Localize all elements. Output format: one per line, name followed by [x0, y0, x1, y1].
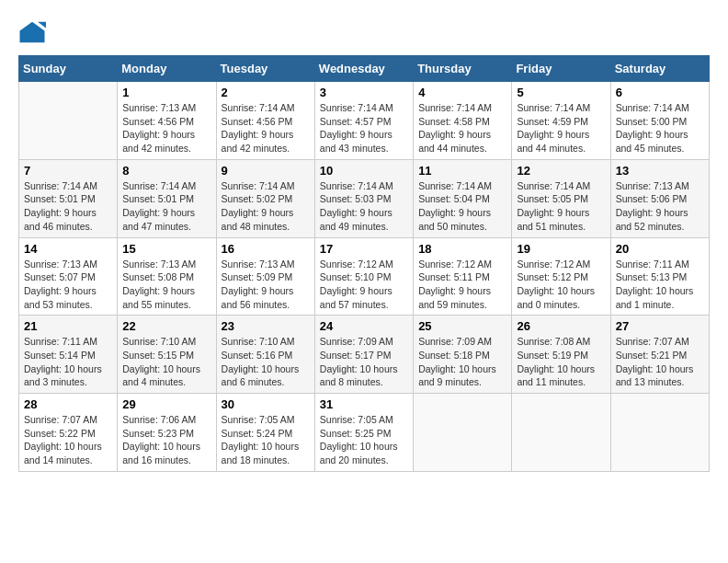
- day-info: Sunrise: 7:14 AMSunset: 5:01 PMDaylight:…: [122, 179, 210, 234]
- day-number: 1: [122, 86, 210, 99]
- calendar-cell: 5Sunrise: 7:14 AMSunset: 4:59 PMDaylight…: [512, 82, 610, 160]
- day-info: Sunrise: 7:14 AMSunset: 5:02 PMDaylight:…: [222, 179, 310, 234]
- calendar-cell: 30Sunrise: 7:05 AMSunset: 5:24 PMDayligh…: [216, 394, 314, 472]
- day-number: 24: [320, 319, 408, 333]
- day-info: Sunrise: 7:14 AMSunset: 4:57 PMDaylight:…: [320, 101, 408, 155]
- day-info: Sunrise: 7:14 AMSunset: 5:04 PMDaylight:…: [418, 179, 506, 234]
- calendar-cell: 12Sunrise: 7:14 AMSunset: 5:05 PMDayligh…: [512, 159, 610, 237]
- day-number: 10: [320, 164, 408, 178]
- day-number: 25: [418, 319, 506, 333]
- day-info: Sunrise: 7:13 AMSunset: 5:08 PMDaylight:…: [122, 258, 210, 312]
- calendar-cell: 28Sunrise: 7:07 AMSunset: 5:22 PMDayligh…: [19, 394, 118, 472]
- calendar-cell: 4Sunrise: 7:14 AMSunset: 4:58 PMDaylight…: [414, 82, 512, 160]
- day-number: 22: [122, 319, 210, 333]
- calendar-cell: 20Sunrise: 7:11 AMSunset: 5:13 PMDayligh…: [610, 237, 709, 316]
- week-row-2: 14Sunrise: 7:13 AMSunset: 5:07 PMDayligh…: [19, 237, 710, 316]
- day-info: Sunrise: 7:14 AMSunset: 5:05 PMDaylight:…: [517, 179, 605, 234]
- calendar-cell: [610, 394, 709, 472]
- page-header: [18, 18, 710, 46]
- day-info: Sunrise: 7:11 AMSunset: 5:13 PMDaylight:…: [616, 258, 704, 312]
- calendar-table: SundayMondayTuesdayWednesdayThursdayFrid…: [18, 55, 710, 472]
- day-info: Sunrise: 7:14 AMSunset: 4:59 PMDaylight:…: [517, 101, 605, 155]
- day-number: 16: [222, 242, 310, 256]
- day-number: 29: [122, 397, 210, 411]
- day-number: 7: [24, 164, 112, 178]
- day-info: Sunrise: 7:08 AMSunset: 5:19 PMDaylight:…: [517, 335, 605, 389]
- calendar-cell: 2Sunrise: 7:14 AMSunset: 4:56 PMDaylight…: [216, 82, 314, 160]
- day-info: Sunrise: 7:10 AMSunset: 5:15 PMDaylight:…: [122, 335, 210, 389]
- day-number: 13: [616, 164, 704, 178]
- day-header-friday: Friday: [512, 56, 610, 82]
- day-info: Sunrise: 7:06 AMSunset: 5:23 PMDaylight:…: [122, 413, 210, 467]
- day-number: 11: [418, 164, 506, 178]
- day-number: 12: [517, 164, 605, 178]
- logo-icon: [18, 18, 46, 46]
- day-number: 5: [517, 86, 605, 99]
- day-info: Sunrise: 7:13 AMSunset: 5:07 PMDaylight:…: [24, 258, 112, 312]
- day-header-thursday: Thursday: [414, 56, 512, 82]
- calendar-cell: 16Sunrise: 7:13 AMSunset: 5:09 PMDayligh…: [216, 237, 314, 316]
- day-info: Sunrise: 7:09 AMSunset: 5:17 PMDaylight:…: [320, 335, 408, 389]
- week-row-3: 21Sunrise: 7:11 AMSunset: 5:14 PMDayligh…: [19, 316, 710, 394]
- day-info: Sunrise: 7:11 AMSunset: 5:14 PMDaylight:…: [24, 335, 112, 389]
- day-header-sunday: Sunday: [19, 56, 118, 82]
- calendar-cell: 19Sunrise: 7:12 AMSunset: 5:12 PMDayligh…: [512, 237, 610, 316]
- calendar-cell: 22Sunrise: 7:10 AMSunset: 5:15 PMDayligh…: [118, 316, 216, 394]
- day-info: Sunrise: 7:07 AMSunset: 5:21 PMDaylight:…: [616, 335, 704, 389]
- week-row-4: 28Sunrise: 7:07 AMSunset: 5:22 PMDayligh…: [19, 394, 710, 472]
- day-number: 17: [320, 242, 408, 256]
- day-number: 8: [122, 164, 210, 178]
- svg-marker-0: [20, 22, 45, 43]
- day-number: 30: [222, 397, 310, 411]
- day-info: Sunrise: 7:12 AMSunset: 5:12 PMDaylight:…: [517, 258, 605, 312]
- day-header-saturday: Saturday: [610, 56, 709, 82]
- day-number: 26: [517, 319, 605, 333]
- calendar-cell: 9Sunrise: 7:14 AMSunset: 5:02 PMDaylight…: [216, 159, 314, 237]
- day-header-wednesday: Wednesday: [314, 56, 413, 82]
- day-info: Sunrise: 7:05 AMSunset: 5:25 PMDaylight:…: [320, 413, 408, 467]
- day-number: 9: [222, 164, 310, 178]
- day-number: 14: [24, 242, 112, 256]
- day-number: 28: [24, 397, 112, 411]
- day-info: Sunrise: 7:05 AMSunset: 5:24 PMDaylight:…: [222, 413, 310, 467]
- calendar-cell: 11Sunrise: 7:14 AMSunset: 5:04 PMDayligh…: [414, 159, 512, 237]
- calendar-cell: 13Sunrise: 7:13 AMSunset: 5:06 PMDayligh…: [610, 159, 709, 237]
- day-info: Sunrise: 7:12 AMSunset: 5:10 PMDaylight:…: [320, 258, 408, 312]
- calendar-cell: 24Sunrise: 7:09 AMSunset: 5:17 PMDayligh…: [314, 316, 413, 394]
- day-info: Sunrise: 7:14 AMSunset: 4:56 PMDaylight:…: [222, 101, 310, 155]
- calendar-cell: 23Sunrise: 7:10 AMSunset: 5:16 PMDayligh…: [216, 316, 314, 394]
- calendar-cell: [512, 394, 610, 472]
- calendar-cell: 10Sunrise: 7:14 AMSunset: 5:03 PMDayligh…: [314, 159, 413, 237]
- calendar-cell: 17Sunrise: 7:12 AMSunset: 5:10 PMDayligh…: [314, 237, 413, 316]
- calendar-cell: 15Sunrise: 7:13 AMSunset: 5:08 PMDayligh…: [118, 237, 216, 316]
- day-info: Sunrise: 7:14 AMSunset: 5:00 PMDaylight:…: [616, 101, 704, 155]
- calendar-header-row: SundayMondayTuesdayWednesdayThursdayFrid…: [19, 56, 710, 82]
- day-info: Sunrise: 7:10 AMSunset: 5:16 PMDaylight:…: [222, 335, 310, 389]
- day-info: Sunrise: 7:07 AMSunset: 5:22 PMDaylight:…: [24, 413, 112, 467]
- day-info: Sunrise: 7:09 AMSunset: 5:18 PMDaylight:…: [418, 335, 506, 389]
- calendar-cell: 31Sunrise: 7:05 AMSunset: 5:25 PMDayligh…: [314, 394, 413, 472]
- calendar-cell: 25Sunrise: 7:09 AMSunset: 5:18 PMDayligh…: [414, 316, 512, 394]
- day-info: Sunrise: 7:12 AMSunset: 5:11 PMDaylight:…: [418, 258, 506, 312]
- calendar-cell: 26Sunrise: 7:08 AMSunset: 5:19 PMDayligh…: [512, 316, 610, 394]
- calendar-cell: 1Sunrise: 7:13 AMSunset: 4:56 PMDaylight…: [118, 82, 216, 160]
- day-number: 21: [24, 319, 112, 333]
- calendar-cell: 14Sunrise: 7:13 AMSunset: 5:07 PMDayligh…: [19, 237, 118, 316]
- day-number: 20: [616, 242, 704, 256]
- week-row-0: 1Sunrise: 7:13 AMSunset: 4:56 PMDaylight…: [19, 82, 710, 160]
- calendar-cell: 27Sunrise: 7:07 AMSunset: 5:21 PMDayligh…: [610, 316, 709, 394]
- calendar-cell: 29Sunrise: 7:06 AMSunset: 5:23 PMDayligh…: [118, 394, 216, 472]
- calendar-cell: 8Sunrise: 7:14 AMSunset: 5:01 PMDaylight…: [118, 159, 216, 237]
- day-number: 23: [222, 319, 310, 333]
- day-info: Sunrise: 7:13 AMSunset: 5:09 PMDaylight:…: [222, 258, 310, 312]
- logo: [18, 18, 50, 46]
- day-number: 27: [616, 319, 704, 333]
- day-info: Sunrise: 7:13 AMSunset: 5:06 PMDaylight:…: [616, 179, 704, 234]
- day-number: 31: [320, 397, 408, 411]
- calendar-cell: 6Sunrise: 7:14 AMSunset: 5:00 PMDaylight…: [610, 82, 709, 160]
- day-number: 19: [517, 242, 605, 256]
- day-number: 3: [320, 86, 408, 99]
- day-header-tuesday: Tuesday: [216, 56, 314, 82]
- day-number: 18: [418, 242, 506, 256]
- calendar-cell: 21Sunrise: 7:11 AMSunset: 5:14 PMDayligh…: [19, 316, 118, 394]
